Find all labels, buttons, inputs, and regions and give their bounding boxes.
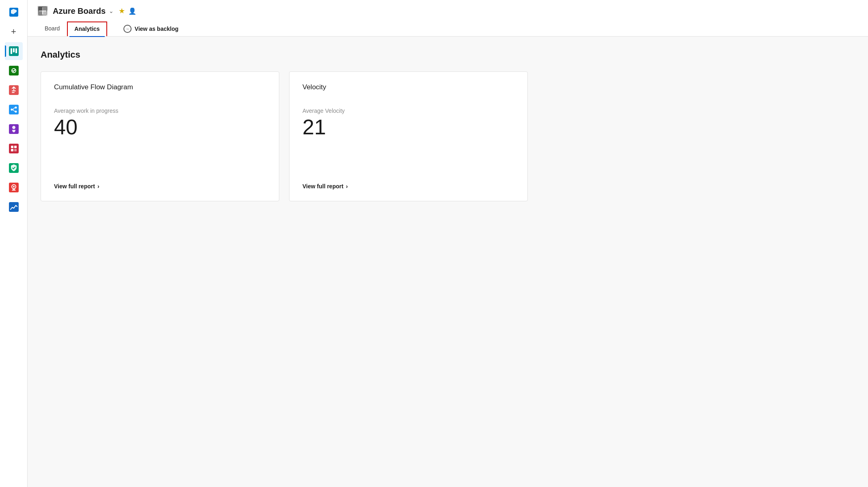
svg-rect-30	[43, 11, 47, 15]
feedback-icon[interactable]	[5, 179, 23, 196]
test-plans-icon[interactable]	[5, 120, 23, 138]
cumulative-flow-metric: Average work in progress 40	[54, 108, 266, 138]
velocity-metric: Average Velocity 21	[302, 108, 514, 138]
header-top: Azure Boards ⌄ ★ 👤	[37, 6, 858, 16]
velocity-report-label: View full report	[302, 183, 343, 190]
svg-rect-28	[43, 7, 47, 11]
svg-rect-4	[15, 48, 17, 53]
cumulative-flow-title: Cumulative Flow Diagram	[54, 83, 266, 91]
tabs-bar: Board Analytics → View as backlog	[37, 21, 858, 36]
svg-rect-2	[11, 48, 12, 54]
cumulative-flow-card[interactable]: Cumulative Flow Diagram Average work in …	[41, 71, 279, 201]
svg-rect-17	[14, 149, 17, 151]
cumulative-flow-metric-value: 40	[54, 116, 266, 138]
cumulative-flow-metric-label: Average work in progress	[54, 108, 266, 114]
svg-rect-13	[9, 144, 19, 153]
svg-rect-27	[39, 7, 42, 11]
cumulative-flow-report-label: View full report	[54, 183, 95, 190]
page-title: Analytics	[41, 50, 855, 60]
header-chevron-icon[interactable]: ⌄	[109, 8, 114, 14]
boards-icon[interactable]	[5, 42, 23, 60]
svg-point-10	[15, 107, 17, 109]
app-icon	[37, 6, 48, 16]
velocity-metric-label: Average Velocity	[302, 108, 514, 114]
header: Azure Boards ⌄ ★ 👤 Board Analytics → Vie…	[28, 0, 868, 37]
svg-rect-8	[9, 105, 19, 114]
svg-rect-16	[11, 149, 13, 151]
velocity-card[interactable]: Velocity Average Velocity 21 View full r…	[289, 71, 528, 201]
main-content: Azure Boards ⌄ ★ 👤 Board Analytics → Vie…	[28, 0, 868, 487]
pipelines-icon[interactable]	[5, 101, 23, 119]
svg-rect-15	[14, 146, 17, 148]
analytics-cards-grid: Cumulative Flow Diagram Average work in …	[41, 71, 528, 201]
kanban-icon[interactable]	[5, 62, 23, 80]
artifacts-icon[interactable]	[5, 140, 23, 157]
tab-board[interactable]: Board	[37, 21, 67, 37]
app-title: Azure Boards	[53, 6, 106, 16]
view-as-backlog-link[interactable]: → View as backlog	[117, 22, 185, 36]
view-backlog-label: View as backlog	[135, 26, 179, 32]
add-icon[interactable]: +	[5, 23, 23, 41]
tab-analytics[interactable]: Analytics	[67, 22, 107, 36]
cumulative-flow-report-link[interactable]: View full report ›	[54, 175, 266, 190]
analytics-sidebar-icon[interactable]	[5, 198, 23, 216]
favorite-star-icon[interactable]: ★	[119, 6, 125, 15]
view-backlog-icon: →	[123, 25, 132, 33]
person-icon[interactable]: 👤	[128, 7, 136, 15]
svg-point-21	[13, 186, 15, 187]
svg-rect-3	[13, 48, 15, 52]
velocity-metric-value: 21	[302, 116, 514, 138]
svg-rect-22	[9, 202, 19, 212]
azure-devops-icon[interactable]	[5, 3, 23, 21]
svg-point-11	[15, 111, 17, 113]
svg-rect-29	[39, 11, 42, 15]
velocity-chevron-icon: ›	[346, 183, 348, 190]
velocity-title: Velocity	[302, 83, 514, 91]
repos-icon[interactable]	[5, 81, 23, 99]
svg-rect-14	[11, 146, 13, 148]
report-chevron-icon: ›	[97, 183, 99, 190]
sidebar: +	[0, 0, 28, 487]
velocity-report-link[interactable]: View full report ›	[302, 175, 514, 190]
security-icon[interactable]	[5, 159, 23, 177]
analytics-content: Analytics Cumulative Flow Diagram Averag…	[28, 37, 868, 214]
svg-point-9	[11, 109, 13, 111]
